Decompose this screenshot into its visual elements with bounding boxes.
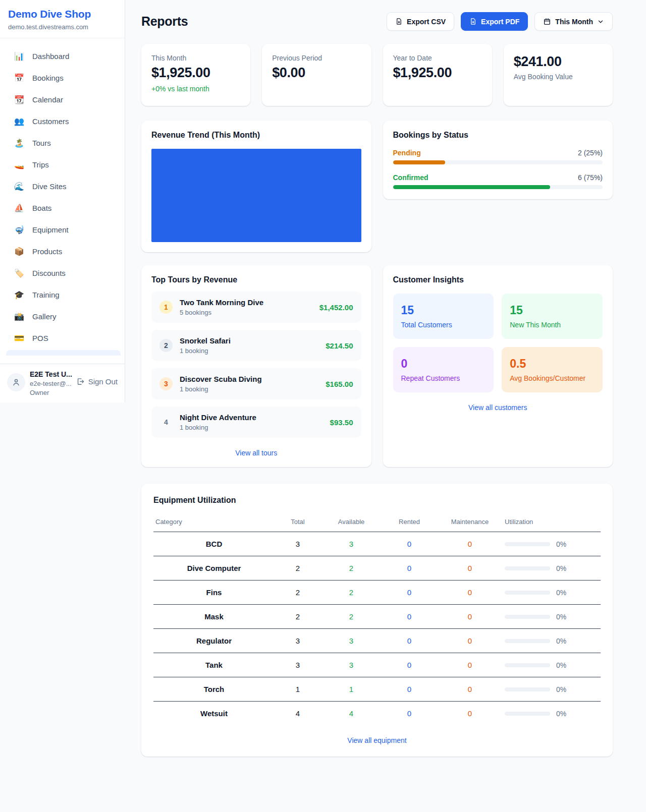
cell-maintenance: 0 — [437, 556, 503, 581]
cell-category: BCD — [153, 532, 275, 556]
insight-label: Avg Bookings/Customer — [510, 374, 595, 382]
cell-total: 3 — [275, 653, 321, 677]
cell-utilization: 0% — [503, 556, 601, 581]
sidebar: Demo Dive Shop demo.test.divestreams.com… — [0, 0, 125, 402]
sidebar-item-label: Equipment — [32, 225, 69, 234]
wave-icon: 🌊 — [14, 182, 24, 191]
cell-category: Torch — [153, 677, 275, 702]
table-row: Tank33000% — [153, 653, 601, 677]
rank-badge: 1 — [159, 301, 173, 314]
list-item: 3 Discover Scuba Diving 1 booking $165.0… — [151, 368, 361, 399]
cell-available: 2 — [321, 605, 382, 629]
status-row-pending: Pending 2 (25%) — [393, 149, 603, 164]
stat-delta: +0% vs last month — [151, 85, 240, 93]
tour-bookings: 1 booking — [180, 424, 323, 431]
sidebar-item-reports-partial[interactable] — [6, 350, 121, 356]
column-header-category: Category — [153, 513, 275, 532]
cell-rented: 0 — [382, 677, 437, 702]
package-icon: 📦 — [14, 247, 24, 256]
status-bar-fill — [393, 160, 446, 164]
view-all-customers-link[interactable]: View all customers — [393, 403, 603, 412]
insight-label: New This Month — [510, 321, 595, 329]
sidebar-item-label: Bookings — [32, 74, 64, 82]
sidebar-item-customers[interactable]: 👥Customers — [0, 110, 125, 132]
sign-out-button[interactable]: Sign Out — [76, 377, 118, 386]
sidebar-item-pos[interactable]: 💳POS — [0, 327, 125, 349]
sidebar-item-tours[interactable]: 🏝️Tours — [0, 132, 125, 154]
page-header: Reports Export CSV Export PDF This Month — [141, 12, 613, 31]
list-item: 4 Night Dive Adventure 1 booking $93.50 — [151, 407, 361, 438]
insight-grid: 15 Total Customers 15 New This Month 0 R… — [393, 294, 603, 392]
table-row: Regulator33000% — [153, 629, 601, 653]
insight-label: Repeat Customers — [401, 374, 486, 382]
rank-badge: 2 — [159, 339, 173, 352]
sidebar-item-bookings[interactable]: 📅Bookings — [0, 67, 125, 89]
speedboat-icon: 🚤 — [14, 160, 24, 169]
list-item: 1 Two Tank Morning Dive 5 bookings $1,45… — [151, 292, 361, 323]
export-csv-button[interactable]: Export CSV — [387, 12, 454, 31]
brand-block: Demo Dive Shop demo.test.divestreams.com — [0, 0, 125, 38]
sidebar-item-equipment[interactable]: 🤿Equipment — [0, 219, 125, 241]
cell-rented: 0 — [382, 702, 437, 726]
sidebar-item-boats[interactable]: ⛵Boats — [0, 197, 125, 219]
utilization-bar-track — [505, 639, 550, 643]
sailboat-icon: ⛵ — [14, 203, 24, 213]
cell-total: 2 — [275, 605, 321, 629]
cell-maintenance: 0 — [437, 532, 503, 556]
cell-available: 3 — [321, 629, 382, 653]
page-title: Reports — [141, 14, 188, 29]
cell-available: 3 — [321, 653, 382, 677]
cell-available: 2 — [321, 581, 382, 605]
sidebar-item-discounts[interactable]: 🏷️Discounts — [0, 262, 125, 284]
tour-bookings: 1 booking — [180, 385, 318, 393]
sidebar-item-trips[interactable]: 🚤Trips — [0, 154, 125, 176]
equipment-utilization-title: Equipment Utilization — [153, 496, 601, 505]
tour-revenue: $165.00 — [326, 380, 353, 388]
insight-tile-total-customers: 15 Total Customers — [393, 294, 494, 339]
sidebar-item-label: Tours — [32, 139, 51, 147]
sidebar-item-training[interactable]: 🎓Training — [0, 284, 125, 306]
cell-rented: 0 — [382, 605, 437, 629]
sidebar-item-label: Dashboard — [32, 52, 69, 61]
insight-value: 0 — [401, 357, 486, 371]
sidebar-item-calendar[interactable]: 📆Calendar — [0, 89, 125, 110]
column-header-rented: Rented — [382, 513, 437, 532]
view-all-tours-link[interactable]: View all tours — [151, 449, 361, 457]
tour-bookings: 5 bookings — [180, 309, 312, 316]
stat-label: Year to Date — [393, 54, 482, 62]
table-row: Mask22000% — [153, 605, 601, 629]
stat-card-avg-booking-value: $241.00 Avg Booking Value — [504, 44, 613, 106]
shop-name: Demo Dive Shop — [8, 8, 117, 20]
view-all-equipment-link[interactable]: View all equipment — [153, 736, 601, 744]
insight-value: 15 — [401, 304, 486, 317]
stat-value: $1,925.00 — [393, 65, 482, 81]
export-pdf-button[interactable]: Export PDF — [461, 12, 528, 31]
revenue-trend-title: Revenue Trend (This Month) — [151, 131, 361, 140]
cell-maintenance: 0 — [437, 581, 503, 605]
sidebar-item-products[interactable]: 📦Products — [0, 241, 125, 262]
header-actions: Export CSV Export PDF This Month — [387, 12, 613, 31]
sidebar-item-dashboard[interactable]: 📊Dashboard — [0, 45, 125, 67]
period-dropdown[interactable]: This Month — [534, 12, 613, 31]
sidebar-item-label: Boats — [32, 204, 51, 212]
stats-row: This Month $1,925.00 +0% vs last month P… — [141, 44, 613, 106]
status-label: Confirmed — [393, 173, 428, 182]
cell-total: 3 — [275, 532, 321, 556]
diving-mask-icon: 🤿 — [14, 225, 24, 235]
table-row: Wetsuit44000% — [153, 702, 601, 726]
stat-label: Previous Period — [272, 54, 361, 62]
utilization-percent: 0% — [556, 540, 566, 548]
camera-icon: 📸 — [14, 312, 24, 321]
status-count: 2 (25%) — [578, 149, 603, 157]
bar-chart-icon: 📊 — [14, 51, 24, 61]
table-header-row: Category Total Available Rented Maintena… — [153, 513, 601, 532]
cell-category: Regulator — [153, 629, 275, 653]
cell-rented: 0 — [382, 581, 437, 605]
utilization-bar-track — [505, 663, 550, 667]
credit-card-icon: 💳 — [14, 333, 24, 343]
cell-total: 2 — [275, 556, 321, 581]
equipment-utilization-card: Equipment Utilization Category Total Ava… — [141, 484, 613, 757]
utilization-bar-track — [505, 591, 550, 595]
sidebar-item-dive-sites[interactable]: 🌊Dive Sites — [0, 176, 125, 197]
sidebar-item-gallery[interactable]: 📸Gallery — [0, 306, 125, 327]
